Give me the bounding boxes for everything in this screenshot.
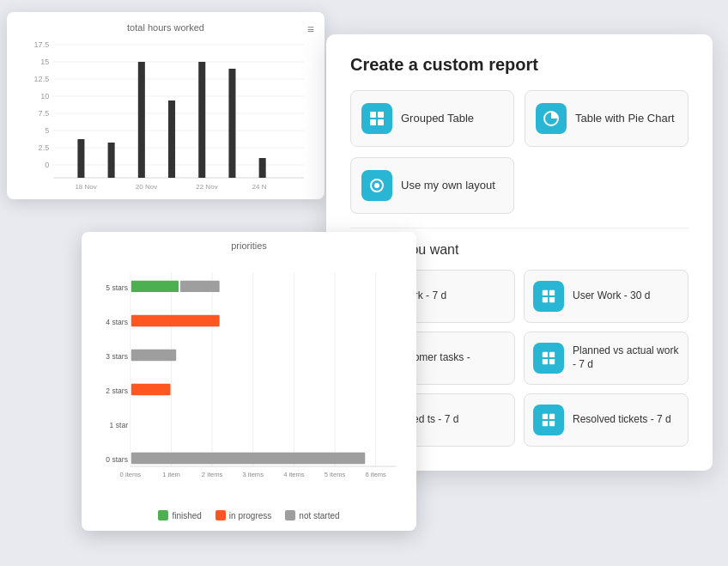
svg-rect-18 <box>108 143 115 178</box>
svg-rect-58 <box>378 119 384 125</box>
svg-text:5: 5 <box>45 126 49 135</box>
table-pie-chart-label: Table with Pie Chart <box>575 112 675 126</box>
svg-rect-17 <box>77 139 84 178</box>
svg-text:1 star: 1 star <box>110 421 129 429</box>
svg-rect-21 <box>198 62 205 178</box>
svg-text:20 Nov: 20 Nov <box>136 183 157 191</box>
svg-text:2 stars: 2 stars <box>106 386 128 395</box>
report-planned-actual-label: Planned vs actual work - 7 d <box>573 344 679 371</box>
finished-color <box>158 510 168 520</box>
section-divider <box>350 228 689 228</box>
svg-rect-57 <box>370 119 376 125</box>
report-icon-user-work-30d <box>533 281 564 312</box>
svg-rect-82 <box>543 414 548 419</box>
legend-in-progress: in progress <box>215 510 271 520</box>
svg-rect-84 <box>543 421 548 426</box>
table-pie-chart-icon <box>536 103 567 134</box>
svg-text:6 items: 6 items <box>365 471 386 478</box>
svg-rect-56 <box>378 112 384 118</box>
svg-rect-83 <box>549 414 555 419</box>
own-layout-option[interactable]: Use my own layout <box>350 157 514 214</box>
create-report-title: Create a custom report <box>350 55 689 75</box>
in-progress-color <box>215 510 226 520</box>
bar-chart-card: total hours worked ≡ 17.5 12.5 7.5 2.5 0… <box>7 12 325 199</box>
svg-text:1 item: 1 item <box>162 471 180 478</box>
svg-rect-42 <box>131 281 179 292</box>
svg-point-61 <box>374 183 379 188</box>
svg-text:7.5: 7.5 <box>39 109 50 118</box>
svg-text:4 stars: 4 stars <box>106 318 128 326</box>
svg-text:4 items: 4 items <box>283 471 305 478</box>
svg-rect-23 <box>259 158 266 178</box>
table-pie-chart-option[interactable]: Table with Pie Chart <box>525 90 689 147</box>
svg-rect-43 <box>180 281 220 292</box>
grouped-table-label: Grouped Table <box>401 112 474 126</box>
svg-rect-68 <box>543 297 548 302</box>
legend-finished-label: finished <box>172 511 201 520</box>
svg-text:0: 0 <box>45 161 49 169</box>
legend-finished: finished <box>158 510 201 520</box>
chart-legend: finished in progress not started <box>94 510 404 520</box>
svg-rect-22 <box>228 69 235 178</box>
report-item-resolved-tickets[interactable]: Resolved tickets - 7 d <box>524 393 689 447</box>
bar-chart-menu-icon[interactable]: ≡ <box>307 22 314 36</box>
svg-rect-69 <box>549 297 555 302</box>
svg-rect-85 <box>549 421 555 426</box>
svg-rect-67 <box>549 290 555 295</box>
own-layout-icon <box>361 170 392 201</box>
report-icon-planned-actual <box>533 343 564 374</box>
svg-rect-47 <box>131 453 365 464</box>
not-started-color <box>285 510 295 520</box>
svg-rect-74 <box>543 352 548 357</box>
svg-text:2.5: 2.5 <box>39 143 50 152</box>
grouped-table-option[interactable]: Grouped Table <box>350 90 514 147</box>
priorities-title: priorities <box>94 240 404 251</box>
svg-text:3 items: 3 items <box>242 471 264 478</box>
report-resolved-tickets-label: Resolved tickets - 7 d <box>573 413 671 427</box>
svg-rect-44 <box>131 315 220 326</box>
svg-text:0 items: 0 items <box>120 471 142 478</box>
bar-chart-title: total hours worked <box>19 22 312 33</box>
svg-rect-46 <box>131 384 171 395</box>
svg-text:5 stars: 5 stars <box>106 283 128 292</box>
svg-text:0 stars: 0 stars <box>106 455 128 464</box>
svg-text:24 N: 24 N <box>252 183 267 191</box>
legend-not-started-label: not started <box>299 511 339 520</box>
svg-text:22 Nov: 22 Nov <box>196 183 217 191</box>
svg-text:10: 10 <box>40 92 49 100</box>
svg-rect-77 <box>549 359 555 364</box>
priorities-chart-area: 5 stars 4 stars 3 stars 2 stars 1 star 0… <box>94 256 404 505</box>
svg-rect-55 <box>370 112 376 118</box>
svg-rect-19 <box>138 62 145 178</box>
svg-text:18 Nov: 18 Nov <box>75 183 96 191</box>
report-user-work-30d-label: User Work - 30 d <box>573 289 650 303</box>
svg-text:17.5: 17.5 <box>34 40 50 49</box>
svg-rect-20 <box>168 100 175 178</box>
svg-rect-66 <box>543 290 548 295</box>
svg-rect-75 <box>549 352 555 357</box>
report-item-user-work-30d[interactable]: User Work - 30 d <box>524 270 689 323</box>
legend-in-progress-label: in progress <box>229 511 271 520</box>
own-layout-label: Use my own layout <box>401 179 495 193</box>
priorities-card: priorities 5 stars 4 stars 3 stars 2 sta… <box>82 232 416 531</box>
svg-rect-76 <box>543 359 548 364</box>
svg-text:3 stars: 3 stars <box>106 352 128 361</box>
report-item-planned-actual[interactable]: Planned vs actual work - 7 d <box>524 332 689 385</box>
report-icon-resolved-tickets <box>533 405 564 435</box>
svg-text:5 items: 5 items <box>325 471 346 478</box>
svg-text:12.5: 12.5 <box>34 75 50 83</box>
grouped-table-icon <box>361 103 392 134</box>
svg-rect-45 <box>131 350 176 361</box>
svg-text:15: 15 <box>40 58 49 66</box>
report-type-grid: Grouped Table Table with Pie Chart Use m… <box>350 90 689 214</box>
bar-chart-area: 17.5 12.5 7.5 2.5 0 15 10 5 18 Nov <box>19 36 312 191</box>
svg-text:2 items: 2 items <box>202 471 223 478</box>
legend-not-started: not started <box>285 510 339 520</box>
